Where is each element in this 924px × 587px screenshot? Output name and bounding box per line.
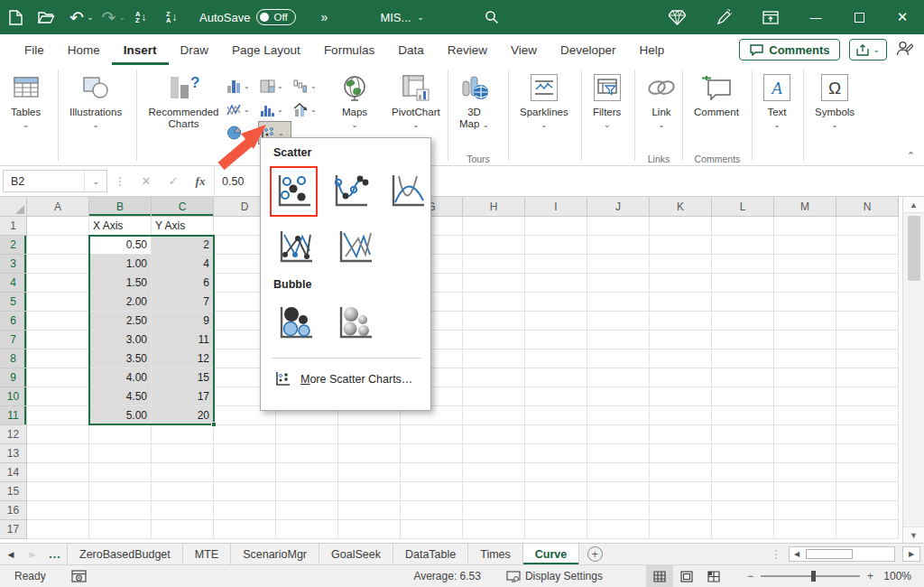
cell-K13[interactable] [650,444,712,463]
recommended-charts-button[interactable]: ? Recommended Charts [143,70,225,132]
cell-F14[interactable] [338,463,401,482]
row-header-7[interactable]: 7 [0,331,27,349]
cell-M10[interactable] [774,387,836,406]
cell-N3[interactable] [836,255,899,274]
cell-I12[interactable] [525,425,587,444]
insert-hierarchy-chart-button[interactable]: ⌄ [258,74,291,98]
sheet-tab-zerobasedbudget[interactable]: ZeroBasedBudget [67,544,183,564]
search-icon[interactable] [476,0,507,34]
cell-H6[interactable] [463,312,525,331]
cell-E17[interactable] [276,520,338,539]
cell-K5[interactable] [650,293,712,312]
sheet-tab-times[interactable]: Times [467,544,523,564]
cell-B12[interactable] [89,425,152,444]
cell-N13[interactable] [836,444,899,463]
cell-B10[interactable]: 4.50 [89,387,152,406]
3d-map-button[interactable]: 3D Map ⌄ [454,70,494,133]
sort-za-button[interactable]: ZA ↓ [156,0,187,34]
cell-M11[interactable] [774,406,836,425]
pivotchart-button[interactable]: PivotChart ⌄ [386,70,446,133]
cell-I10[interactable] [525,387,587,406]
cell-I13[interactable] [525,444,587,463]
cell-M17[interactable] [774,520,836,539]
bubble-option[interactable] [270,298,320,349]
cell-H4[interactable] [463,274,525,293]
cell-C8[interactable]: 12 [152,349,214,368]
open-file-icon[interactable] [31,0,61,34]
cell-G14[interactable] [401,463,463,482]
cell-J17[interactable] [587,520,650,539]
cell-C5[interactable]: 7 [152,293,214,312]
cell-A9[interactable] [27,368,89,387]
cell-B5[interactable]: 2.00 [89,293,152,312]
cell-C16[interactable] [152,501,214,520]
cell-A5[interactable] [27,293,89,312]
cell-A16[interactable] [27,501,89,520]
row-header-5[interactable]: 5 [0,293,27,312]
sheetbar-splitter[interactable]: ⋮ [771,547,782,561]
cell-L1[interactable] [712,217,774,236]
row-header-2[interactable]: 2 [0,236,27,255]
cell-N9[interactable] [836,368,899,387]
cell-I16[interactable] [525,501,587,520]
row-header-12[interactable]: 12 [0,425,27,444]
zoom-out-button[interactable]: − [747,570,753,582]
zoom-slider-thumb[interactable] [811,571,816,582]
row-header-15[interactable]: 15 [0,482,27,501]
scroll-right-button[interactable]: ▶ [902,546,920,562]
new-sheet-button[interactable]: + [578,544,611,564]
cell-L9[interactable] [712,368,774,387]
cell-N5[interactable] [836,293,899,312]
cell-J15[interactable] [587,482,650,501]
cell-C10[interactable]: 17 [152,387,214,406]
cell-H10[interactable] [463,387,525,406]
cell-B6[interactable]: 2.50 [89,312,152,331]
vertical-scrollbar[interactable]: ▲ ▼ [902,197,924,543]
cell-J14[interactable] [587,463,650,482]
tab-help[interactable]: Help [628,34,677,65]
cell-C4[interactable]: 6 [152,274,214,293]
new-file-icon[interactable] [0,0,31,34]
cell-H3[interactable] [463,255,525,274]
cell-G13[interactable] [401,444,463,463]
ribbon-display-options-icon[interactable] [747,0,794,34]
cell-J9[interactable] [587,368,650,387]
cell-A14[interactable] [27,463,89,482]
row-header-13[interactable]: 13 [0,444,27,463]
bubble-3d-option[interactable] [329,298,380,349]
cell-I17[interactable] [525,520,587,539]
cell-K8[interactable] [650,349,712,368]
premium-diamond-icon[interactable] [653,0,700,34]
maximize-button[interactable] [837,0,881,34]
cell-K11[interactable] [650,406,712,425]
macro-record-icon[interactable] [71,570,87,582]
cell-N7[interactable] [836,331,899,349]
column-header-M[interactable]: M [774,197,836,217]
cell-E15[interactable] [276,482,338,501]
cell-N6[interactable] [836,312,899,331]
cell-I2[interactable] [525,236,587,255]
cell-C15[interactable] [152,482,214,501]
zoom-in-button[interactable]: + [867,570,873,582]
sheet-nav-right-icon[interactable]: ▶ [22,544,43,564]
illustrations-button[interactable]: Illustrations ⌄ [64,70,127,133]
cell-F16[interactable] [338,501,401,520]
cell-J7[interactable] [587,331,650,349]
cell-J16[interactable] [587,501,650,520]
cell-K1[interactable] [650,217,712,236]
link-button[interactable]: Link ⌄ [641,70,682,133]
cell-H7[interactable] [463,331,525,349]
select-all-corner[interactable] [0,197,27,217]
insert-waterfall-chart-button[interactable]: ⌄ [291,74,325,98]
cell-I15[interactable] [525,482,587,501]
sheet-tab-mte[interactable]: MTE [182,544,231,564]
row-header-6[interactable]: 6 [0,312,27,331]
cell-J3[interactable] [587,255,650,274]
cell-H8[interactable] [463,349,525,368]
cell-H2[interactable] [463,236,525,255]
cell-L14[interactable] [712,463,774,482]
cell-A7[interactable] [27,331,89,349]
cell-A6[interactable] [27,312,89,331]
cell-A13[interactable] [27,444,89,463]
tab-insert[interactable]: Insert [112,34,169,65]
